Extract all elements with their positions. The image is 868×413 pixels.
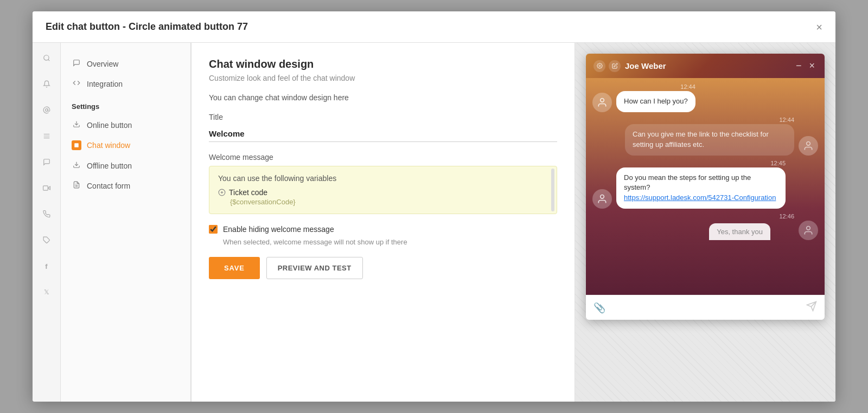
svg-point-0 (43, 55, 48, 60)
partial-message: Yes, thank you (709, 223, 770, 240)
message-row: 12:45 Do you mean the steps for setting … (592, 160, 818, 209)
message-time: 12:44 (616, 83, 695, 90)
chat-close-button[interactable]: × (807, 59, 817, 73)
chat-window-icon (72, 140, 81, 150)
variables-scrollbar[interactable] (551, 169, 554, 211)
main-content: Chat window design Customize look and fe… (192, 43, 575, 402)
title-form-group: Title (209, 113, 557, 142)
welcome-message-label: Welcome message (209, 153, 557, 162)
title-label: Title (209, 113, 557, 121)
partial-message-row: 12:46 Yes, thank you (592, 213, 818, 240)
svg-point-17 (599, 65, 601, 67)
settings-section-label: Settings (61, 94, 190, 115)
chat-edit-icon[interactable] (609, 60, 621, 72)
message-time: 12:45 (616, 160, 786, 166)
variables-box: You can use the following variables Tick… (209, 166, 557, 214)
sidebar-icon-search[interactable] (38, 49, 55, 67)
svg-point-2 (45, 109, 48, 112)
sidebar-item-chat-window[interactable]: Chat window (61, 135, 190, 156)
variables-title: You can use the following variables (218, 174, 548, 183)
sidebar-icon-list[interactable] (38, 127, 55, 145)
sidebar-item-integration-label: Integration (87, 80, 123, 88)
sidebar-item-contact-form[interactable]: Contact form (61, 176, 190, 196)
sidebar-icon-at[interactable] (38, 101, 55, 119)
checkbox-row: Enable hiding welcome message (209, 225, 557, 234)
variable-code: {$conversationCode} (218, 198, 548, 206)
message-link[interactable]: https://support.ladesk.com/542731-Config… (624, 193, 776, 202)
chat-preview-panel: Joe Weber − × 12:44 Ho (575, 43, 835, 402)
sidebar-item-online-button-label: Online button (87, 121, 132, 130)
chat-settings-icon[interactable] (593, 60, 605, 72)
svg-point-19 (807, 141, 810, 145)
checkbox-label: Enable hiding welcome message (223, 225, 334, 234)
save-button[interactable]: SAVE (209, 257, 260, 279)
sidebar-icon-twitter[interactable]: 𝕏 (38, 283, 55, 301)
sidebar-item-overview[interactable]: Overview (61, 54, 190, 74)
attach-icon[interactable]: 📎 (593, 302, 605, 314)
preview-and-test-button[interactable]: PREVIEW AND TEST (266, 257, 363, 279)
code-icon (72, 79, 81, 88)
contact-form-icon (72, 181, 81, 190)
message-time: 12:44 (625, 117, 794, 123)
sidebar-icon-puzzle[interactable] (38, 231, 55, 249)
sidebar-icon-facebook[interactable]: f (38, 257, 55, 275)
chat-header-icons (593, 60, 621, 72)
content-description: You can change chat window design here (209, 93, 557, 102)
enable-hiding-checkbox[interactable] (209, 225, 218, 234)
message-row: 12:44 Can you give me the link to the ch… (592, 117, 818, 156)
sidebar-item-offline-button[interactable]: Offline button (61, 156, 190, 176)
title-input[interactable] (209, 126, 557, 142)
svg-point-18 (601, 98, 604, 102)
when-selected-text: When selected, welcome message will not … (223, 238, 557, 246)
sidebar-item-contact-form-label: Contact form (87, 182, 130, 190)
chat-header: Joe Weber − × (586, 54, 825, 78)
app-sidebar: f 𝕏 (33, 43, 61, 402)
page-title: Chat window design (209, 58, 557, 70)
sidebar-icon-video[interactable] (38, 179, 55, 197)
svg-point-21 (807, 227, 810, 230)
modal-close-button[interactable]: × (816, 22, 822, 33)
user-avatar-1 (799, 136, 818, 156)
message-bubble: Can you give me the link to the checklis… (625, 124, 794, 156)
message-bubble: Do you mean the steps for setting up the… (616, 167, 786, 209)
modal-title: Edit chat button - Circle animated butto… (46, 21, 248, 33)
variable-item: Ticket code {$conversationCode} (218, 188, 548, 206)
message-bubble-wrap: 12:44 Can you give me the link to the ch… (625, 117, 794, 156)
variable-ticket-code: Ticket code (229, 188, 267, 197)
download-icon (72, 120, 81, 130)
offline-icon (72, 161, 81, 170)
sidebar-item-offline-button-label: Offline button (87, 162, 132, 170)
svg-rect-10 (74, 143, 79, 147)
chat-input-area: 📎 (586, 295, 825, 320)
sidebar-item-overview-label: Overview (87, 60, 118, 68)
sidebar-icon-chat[interactable] (38, 153, 55, 171)
welcome-message-form-group: Welcome message You can use the followin… (209, 153, 557, 214)
send-icon[interactable] (806, 301, 817, 314)
chat-agent-name: Joe Weber (625, 61, 789, 70)
sidebar-icon-bell[interactable] (38, 75, 55, 93)
sidebar-item-online-button[interactable]: Online button (61, 115, 190, 135)
plus-circle-icon (218, 189, 226, 196)
modal-body: f 𝕏 Overview Integration Settings (33, 43, 835, 402)
svg-point-20 (601, 195, 604, 199)
chat-minimize-button[interactable]: − (794, 59, 804, 73)
message-bubble-wrap: 12:45 Do you mean the steps for setting … (616, 160, 786, 209)
sidebar-item-integration[interactable]: Integration (61, 74, 190, 94)
chat-messages: 12:44 How can I help you? 12:44 Can you … (586, 78, 825, 295)
user-avatar-2 (799, 221, 818, 240)
modal: Edit chat button - Circle animated butto… (33, 11, 835, 402)
sidebar-icon-phone[interactable] (38, 205, 55, 223)
agent-avatar-2 (592, 189, 612, 209)
chat-input[interactable] (611, 304, 801, 312)
chat-header-actions: − × (794, 59, 817, 73)
message-bubble-wrap: 12:44 How can I help you? (616, 83, 695, 112)
chat-window: Joe Weber − × 12:44 Ho (586, 54, 825, 320)
agent-avatar-1 (592, 93, 612, 112)
message-bubble: How can I help you? (616, 91, 695, 112)
svg-rect-7 (43, 186, 48, 190)
variable-name: Ticket code (218, 188, 548, 197)
settings-sidebar: Overview Integration Settings Online but… (61, 43, 191, 402)
sidebar-item-chat-window-label: Chat window (87, 141, 130, 150)
footer-buttons: SAVE PREVIEW AND TEST (209, 257, 557, 279)
comment-icon (72, 59, 81, 68)
